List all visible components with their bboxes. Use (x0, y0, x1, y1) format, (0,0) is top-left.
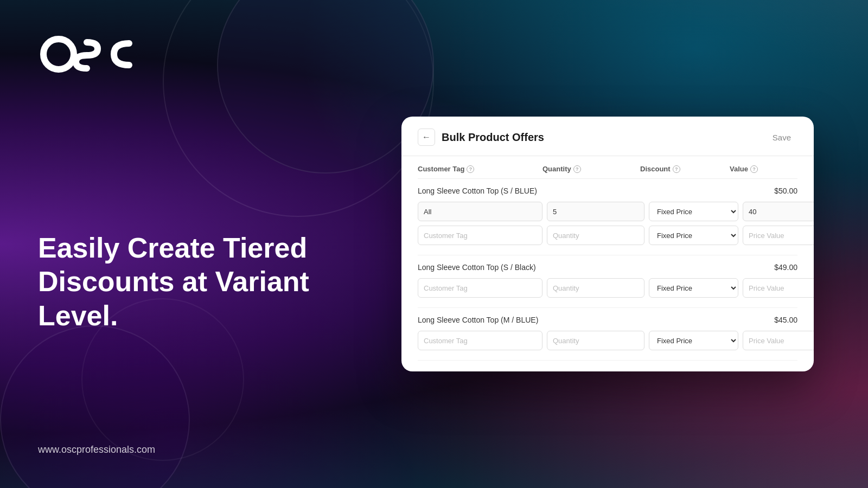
discount-select-2-1[interactable]: Fixed Price Percentage Amount Off (649, 278, 738, 298)
product-name-1: Long Sleeve Cotton Top (S / BLUE) (418, 187, 537, 195)
customer-tag-input-1-1[interactable] (418, 202, 542, 221)
discount-select-1-2[interactable]: Fixed Price Percentage Amount Off (649, 226, 738, 245)
product-section-s-black: Long Sleeve Cotton Top (S / Black) $49.0… (418, 255, 797, 308)
col-discount: Discount ? (640, 165, 730, 173)
value-input-3-1[interactable] (743, 331, 814, 350)
quantity-info-icon: ? (573, 165, 581, 173)
panel-header-left: ← Bulk Product Offers (418, 129, 544, 146)
product-row-header-3: Long Sleeve Cotton Top (M / BLUE) $45.00 (418, 316, 797, 324)
app-panel: ← Bulk Product Offers Save Customer Tag … (401, 117, 814, 371)
customer-tag-input-1-2[interactable] (418, 226, 542, 245)
customer-tag-info-icon: ? (467, 165, 474, 173)
logo (38, 33, 136, 76)
product-price-1: $50.00 (774, 187, 797, 195)
customer-tag-input-3-1[interactable] (418, 331, 542, 350)
product-row-header-2: Long Sleeve Cotton Top (S / Black) $49.0… (418, 263, 797, 272)
quantity-input-2-1[interactable] (547, 278, 644, 298)
product-name-2: Long Sleeve Cotton Top (S / Black) (418, 263, 536, 272)
col-customer-tag: Customer Tag ? (418, 165, 542, 173)
value-input-1-2[interactable] (743, 226, 814, 245)
customer-tag-input-2-1[interactable] (418, 278, 542, 298)
product-2-row-1: Fixed Price Percentage Amount Off Add (418, 278, 797, 298)
product-section-m-blue: Long Sleeve Cotton Top (M / BLUE) $45.00… (418, 308, 797, 361)
tagline: Easily Create Tiered Discounts at Varian… (38, 231, 315, 332)
panel-title: Bulk Product Offers (442, 131, 544, 144)
product-1-row-1: Fixed Price Percentage Amount Off Disabl… (418, 202, 797, 221)
discount-select-3-1[interactable]: Fixed Price Percentage Amount Off (649, 331, 738, 350)
product-1-row-2: Fixed Price Percentage Amount Off Add (418, 226, 797, 245)
discount-info-icon: ? (673, 165, 680, 173)
value-input-1-1[interactable] (743, 202, 814, 221)
product-price-2: $49.00 (774, 263, 797, 272)
quantity-input-3-1[interactable] (547, 331, 644, 350)
product-section-s-blue: Long Sleeve Cotton Top (S / BLUE) $50.00… (418, 179, 797, 255)
product-row-header-1: Long Sleeve Cotton Top (S / BLUE) $50.00 (418, 187, 797, 195)
value-input-2-1[interactable] (743, 278, 814, 298)
quantity-input-1-1[interactable] (547, 202, 644, 221)
product-3-row-1: Fixed Price Percentage Amount Off Add (418, 331, 797, 350)
product-price-3: $45.00 (774, 316, 797, 324)
table-header: Customer Tag ? Quantity ? Discount ? Val… (418, 156, 797, 179)
left-panel: Easily Create Tiered Discounts at Varian… (0, 0, 353, 488)
col-quantity: Quantity ? (542, 165, 640, 173)
col-value: Value ? (730, 165, 814, 173)
quantity-input-1-2[interactable] (547, 226, 644, 245)
save-button[interactable]: Save (766, 130, 797, 145)
panel-body: Customer Tag ? Quantity ? Discount ? Val… (401, 156, 814, 371)
value-info-icon: ? (750, 165, 758, 173)
product-name-3: Long Sleeve Cotton Top (M / BLUE) (418, 316, 538, 324)
svg-point-0 (43, 39, 74, 69)
back-button[interactable]: ← (418, 129, 435, 146)
panel-header: ← Bulk Product Offers Save (401, 117, 814, 156)
website-url: www.oscprofessionals.com (38, 444, 315, 455)
discount-select-1-1[interactable]: Fixed Price Percentage Amount Off (649, 202, 738, 221)
